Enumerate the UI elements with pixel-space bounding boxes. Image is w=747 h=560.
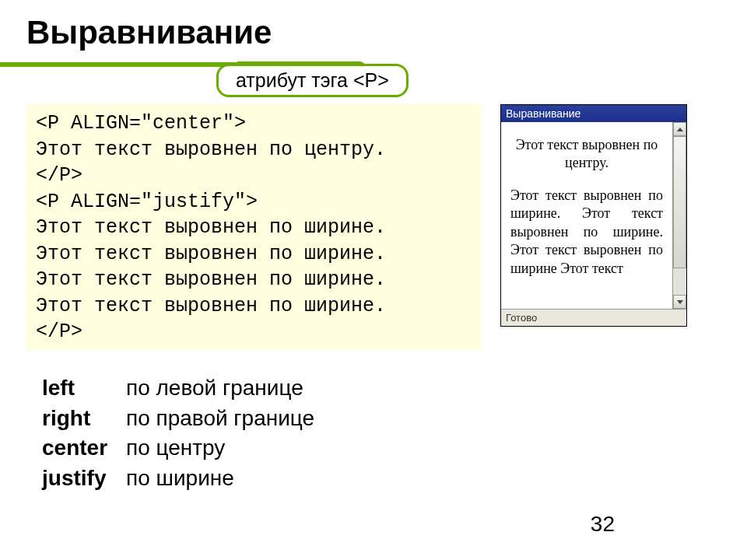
code-line: </P> <box>36 164 82 187</box>
align-desc: по центру <box>126 433 225 464</box>
align-term: left <box>42 373 126 404</box>
code-block: <P ALIGN="center"> Этот текст выровнен п… <box>26 104 482 350</box>
browser-body: Этот текст выровнен по центру. Этот текс… <box>501 122 686 309</box>
content-row: <P ALIGN="center"> Этот текст выровнен п… <box>26 104 728 350</box>
justified-paragraph: Этот текст выровнен по ширине. Этот текс… <box>510 187 663 278</box>
code-line: </P> <box>36 320 82 343</box>
chevron-up-icon <box>677 128 683 131</box>
page-number: 32 <box>591 512 615 537</box>
status-text: Готово <box>506 312 537 324</box>
browser-titlebar: Выравнивание <box>501 105 686 122</box>
slide-title: Выравнивание <box>26 14 721 51</box>
title-underline <box>0 62 237 67</box>
align-row-justify: justify по ширине <box>42 464 314 494</box>
code-line: Этот текст выровнен по ширине. <box>36 295 386 317</box>
scroll-up-button[interactable] <box>673 122 686 136</box>
code-line: Этот текст выровнен по ширине. <box>36 268 386 291</box>
align-term: right <box>42 404 126 434</box>
code-line: Этот текст выровнен по ширине. <box>36 216 386 239</box>
alignment-list: left по левой границе right по правой гр… <box>42 373 314 494</box>
attribute-label: атрибут тэга <P> <box>216 64 409 97</box>
scrollbar[interactable] <box>672 122 686 309</box>
scroll-thumb[interactable] <box>673 136 686 268</box>
align-row-right: right по правой границе <box>42 404 314 434</box>
align-term: justify <box>42 464 126 494</box>
align-row-left: left по левой границе <box>42 373 314 404</box>
scroll-track[interactable] <box>673 136 686 295</box>
code-line: Этот текст выровнен по центру. <box>36 138 386 161</box>
chevron-down-icon <box>677 300 683 304</box>
align-desc: по правой границе <box>126 404 314 434</box>
browser-content: Этот текст выровнен по центру. Этот текс… <box>501 122 672 309</box>
code-line: <P ALIGN="center"> <box>36 112 246 135</box>
align-row-center: center по центру <box>42 433 314 464</box>
centered-paragraph: Этот текст выровнен по центру. <box>510 136 663 171</box>
align-desc: по ширине <box>126 464 234 494</box>
scroll-down-button[interactable] <box>673 295 686 309</box>
align-term: center <box>42 433 126 464</box>
code-line: Этот текст выровнен по ширине. <box>36 243 386 265</box>
browser-statusbar: Готово <box>501 309 686 326</box>
browser-title: Выравнивание <box>506 107 580 120</box>
align-desc: по левой границе <box>126 373 303 404</box>
code-line: <P ALIGN="justify"> <box>36 191 258 213</box>
browser-window: Выравнивание Этот текст выровнен по цент… <box>500 104 687 327</box>
